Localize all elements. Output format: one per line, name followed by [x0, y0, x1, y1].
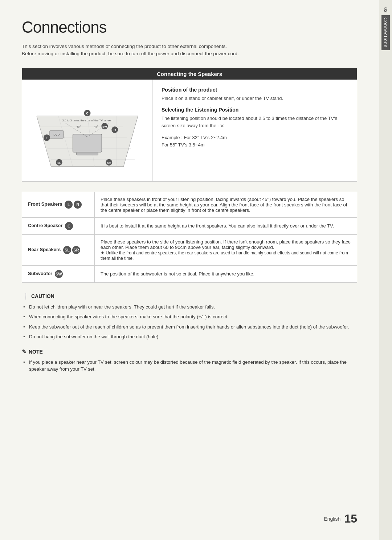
intro-line1: This section involves various methods of…	[22, 43, 357, 50]
pos-para-2: The listening position should be located…	[162, 115, 348, 129]
main-content: Connections This section involves variou…	[0, 0, 379, 540]
pos-para-1: Place it on a stand or cabinet shelf, or…	[162, 95, 348, 102]
table-row: Rear Speakers SLSRPlace these speakers t…	[22, 234, 357, 265]
table-row: Front Speakers LRPlace these speakers in…	[22, 192, 357, 217]
svg-rect-10	[77, 152, 98, 155]
caution-title: ❕ CAUTION	[22, 293, 357, 300]
diagram-area: C DVD L SW R	[22, 80, 153, 181]
position-text-area: Position of the product Place it on a st…	[153, 80, 357, 181]
caution-label: CAUTION	[31, 293, 54, 299]
pos-example: Example : For 32" TV's 2~2.4m For 55" TV…	[162, 134, 348, 148]
svg-text:DVD: DVD	[53, 133, 60, 136]
pos-heading-2: Selecting the Listening Position	[162, 107, 348, 113]
page-num: 15	[344, 512, 357, 525]
svg-text:SR: SR	[107, 161, 111, 164]
speaker-name: Front Speakers	[28, 201, 62, 207]
speaker-label-cell: Subwoofer SW	[22, 265, 95, 282]
svg-text:2.5 to 3 times the size of the: 2.5 to 3 times the size of the TV screen	[62, 119, 112, 122]
note-list: If you place a speaker near your TV set,…	[22, 359, 357, 373]
speaker-label-cell: Front Speakers LR	[22, 192, 95, 217]
caution-item: Do not hang the subwoofer on the wall th…	[23, 333, 357, 340]
speaker-badge: SR	[72, 246, 80, 254]
speaker-diagram: C DVD L SW R	[29, 87, 145, 174]
speaker-desc-note: ★ Unlike the front and centre speakers, …	[101, 250, 348, 261]
svg-text:45°: 45°	[94, 125, 98, 128]
intro-line2: Before moving or installing the product,…	[22, 50, 357, 57]
note-title: ✎ NOTE	[22, 348, 357, 355]
pos-heading-1: Position of the product	[162, 87, 348, 93]
caution-list: Do not let children play with or near th…	[22, 303, 357, 340]
speaker-description: Place these speakers to the side of your…	[95, 234, 357, 265]
speaker-badge: SW	[55, 270, 63, 278]
speaker-description: Place these speakers in front of your li…	[95, 192, 357, 217]
speaker-label-cell: Centre Speaker C	[22, 217, 95, 234]
speaker-label-cell: Rear Speakers SLSR	[22, 234, 95, 265]
speaker-name: Subwoofer	[28, 271, 52, 276]
speaker-desc-main: Place these speakers to the side of your…	[101, 239, 351, 250]
speaker-name: Rear Speakers	[28, 247, 61, 252]
speaker-name: Centre Speaker	[28, 223, 62, 228]
svg-text:R: R	[114, 128, 116, 132]
speaker-badge: C	[65, 222, 73, 230]
svg-text:C: C	[86, 111, 89, 115]
speaker-badge: R	[74, 201, 82, 209]
caution-item: When connecting the speaker wires to the…	[23, 313, 357, 321]
speaker-table: Front Speakers LRPlace these speakers in…	[22, 192, 357, 283]
side-tab: 02 Connections	[379, 0, 392, 540]
speaker-description: The position of the subwoofer is not so …	[95, 265, 357, 282]
note-icon: ✎	[22, 348, 26, 355]
side-tab-label: Connections	[381, 15, 390, 50]
intro-text: This section involves various methods of…	[22, 43, 357, 58]
caution-item: Keep the subwoofer out of the reach of c…	[23, 323, 357, 331]
speaker-description: It is best to install it at the same hei…	[95, 217, 357, 234]
connecting-section: Connecting the Speakers	[22, 68, 357, 182]
section-header: Connecting the Speakers	[22, 68, 357, 80]
connecting-body: C DVD L SW R	[22, 80, 357, 181]
speaker-badge: L	[65, 201, 73, 209]
note-label: NOTE	[29, 349, 43, 355]
speaker-badge: SL	[63, 246, 71, 254]
side-tab-number: 02	[383, 7, 388, 12]
note-item: If you place a speaker near your TV set,…	[23, 359, 357, 373]
caution-section: ❕ CAUTION Do not let children play with …	[22, 293, 357, 340]
page-lang: English	[324, 516, 340, 522]
svg-text:L: L	[46, 136, 48, 140]
page-title: Connections	[22, 18, 357, 36]
table-row: Centre Speaker CIt is best to install it…	[22, 217, 357, 234]
svg-text:SW: SW	[102, 125, 107, 128]
svg-rect-9	[73, 134, 102, 152]
caution-item: Do not let children play with or near th…	[23, 303, 357, 311]
page-number-area: English 15	[324, 512, 357, 525]
note-section: ✎ NOTE If you place a speaker near your …	[22, 348, 357, 373]
table-row: Subwoofer SWThe position of the subwoofe…	[22, 265, 357, 282]
caution-icon: ❕	[22, 293, 29, 300]
svg-text:SL: SL	[57, 161, 61, 164]
svg-text:45°: 45°	[77, 125, 81, 128]
